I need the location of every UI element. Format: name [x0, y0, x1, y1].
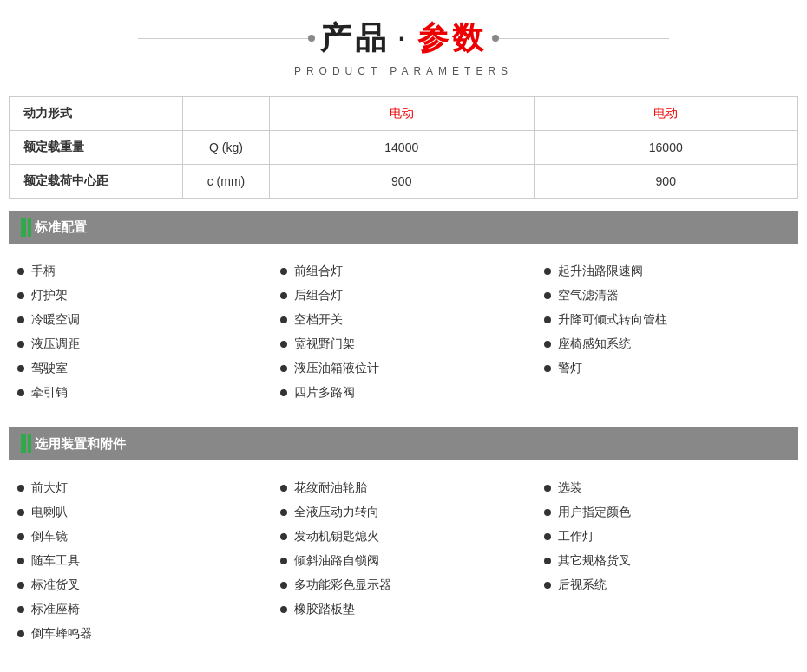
list-item-text: 前大灯	[31, 480, 68, 496]
list-item-text: 倒车镜	[31, 529, 68, 545]
list-item-text: 冷暖空调	[31, 312, 80, 328]
list-item: 多功能彩色显示器	[272, 575, 535, 596]
list-item-text: 橡胶踏板垫	[294, 602, 355, 617]
table-label: 额定载荷中心距	[10, 165, 183, 199]
table-unit	[183, 97, 270, 131]
title-english: PRODUCT PARAMETERS	[0, 65, 807, 77]
list-item: 手柄	[9, 261, 272, 282]
list-item-text: 座椅感知系统	[558, 336, 631, 352]
bullet-icon	[280, 582, 287, 589]
list-item: 四片多路阀	[272, 382, 535, 403]
bullet-icon	[17, 389, 24, 396]
params-table: 动力形式电动电动额定载重量Q (kg)1400016000额定载荷中心距c (m…	[9, 96, 798, 199]
header-line-right	[495, 38, 669, 39]
bullet-icon	[280, 268, 287, 275]
bullet-icon	[280, 292, 287, 299]
list-item-text: 前组合灯	[294, 264, 343, 279]
bullet-icon	[544, 341, 551, 348]
bullet-icon	[280, 485, 287, 492]
list-item	[535, 382, 798, 403]
list-item-text: 空档开关	[294, 312, 343, 328]
list-item: 座椅感知系统	[535, 334, 798, 355]
bullet-icon	[280, 533, 287, 540]
standard-section-header: 标准配置	[9, 211, 798, 244]
list-item: 宽视野门架	[272, 334, 535, 355]
list-item-text: 液压调距	[31, 336, 80, 352]
table-col1: 14000	[270, 131, 535, 165]
list-item-text: 手柄	[31, 264, 56, 279]
list-item-text: 宽视野门架	[294, 336, 355, 352]
list-item: 警灯	[535, 358, 798, 379]
list-item: 升降可倾式转向管柱	[535, 310, 798, 330]
bullet-icon	[544, 365, 551, 372]
list-item-text: 标准座椅	[31, 602, 80, 617]
list-item: 后视系统	[535, 575, 798, 596]
list-item: 随车工具	[9, 551, 272, 571]
list-item: 前大灯	[9, 478, 272, 499]
list-item: 牵引销	[9, 382, 272, 403]
bullet-icon	[544, 485, 551, 492]
list-item: 起升油路限速阀	[535, 261, 798, 282]
bullet-icon	[17, 558, 24, 564]
list-item-text: 液压油箱液位计	[294, 361, 379, 376]
bullet-icon	[17, 341, 24, 348]
list-item-text: 后组合灯	[294, 288, 343, 303]
list-item-text: 牵引销	[31, 385, 68, 401]
list-item-text: 空气滤清器	[558, 288, 619, 303]
list-item-text: 倒车蜂鸣器	[31, 626, 92, 642]
table-unit: c (mm)	[183, 165, 270, 199]
list-item: 发动机钥匙熄火	[272, 526, 535, 547]
bullet-icon	[17, 316, 24, 323]
title-red: 参数	[417, 17, 487, 60]
title-black: 产品	[320, 17, 390, 60]
bullet-icon	[280, 558, 287, 564]
list-item-text: 倾斜油路自锁阀	[294, 553, 379, 569]
bullet-icon	[17, 268, 24, 275]
list-item-text: 用户指定颜色	[558, 505, 631, 520]
list-item-text: 四片多路阀	[294, 385, 355, 401]
list-item: 标准座椅	[9, 599, 272, 620]
list-item: 空档开关	[272, 310, 535, 330]
list-item-text: 警灯	[558, 361, 582, 376]
list-item: 标准货叉	[9, 575, 272, 596]
page-header: 产品 · 参数 PRODUCT PARAMETERS	[0, 0, 807, 84]
bullet-icon	[17, 582, 24, 589]
bullet-icon	[544, 509, 551, 516]
list-item-text: 后视系统	[558, 577, 607, 593]
list-item	[272, 623, 535, 644]
bullet-icon	[544, 533, 551, 540]
bullet-icon	[544, 316, 551, 323]
bullet-icon	[17, 606, 24, 613]
list-item: 倒车蜂鸣器	[9, 623, 272, 644]
list-item: 全液压动力转向	[272, 502, 535, 523]
list-item: 液压调距	[9, 334, 272, 355]
table-col2: 电动	[534, 97, 798, 131]
bullet-icon	[280, 606, 287, 613]
optional-section-title: 选用装置和附件	[35, 436, 126, 453]
list-item-text: 发动机钥匙熄火	[294, 529, 379, 545]
list-item-text: 灯护架	[31, 288, 68, 303]
list-item: 选装	[535, 478, 798, 499]
list-item-text: 起升油路限速阀	[558, 264, 643, 279]
optional-list: 前大灯花纹耐油轮胎选装电喇叭全液压动力转向用户指定颜色倒车镜发动机钥匙熄火工作灯…	[9, 469, 798, 656]
bullet-icon	[17, 533, 24, 540]
bullet-icon	[544, 582, 551, 589]
bullet-icon	[17, 630, 24, 637]
list-item-text: 其它规格货叉	[558, 553, 631, 569]
section-accent	[21, 218, 26, 237]
standard-list: 手柄前组合灯起升油路限速阀灯护架后组合灯空气滤清器冷暖空调空档开关升降可倾式转向…	[9, 252, 798, 415]
list-item-text: 升降可倾式转向管柱	[558, 312, 667, 328]
list-item: 冷暖空调	[9, 310, 272, 330]
list-item: 用户指定颜色	[535, 502, 798, 523]
header-line-left	[138, 38, 312, 39]
table-label: 动力形式	[10, 97, 183, 131]
bullet-icon	[280, 341, 287, 348]
bullet-icon	[280, 389, 287, 396]
list-item: 电喇叭	[9, 502, 272, 523]
list-item: 其它规格货叉	[535, 551, 798, 571]
list-item: 液压油箱液位计	[272, 358, 535, 379]
bullet-icon	[17, 485, 24, 492]
list-item: 花纹耐油轮胎	[272, 478, 535, 499]
table-unit: Q (kg)	[183, 131, 270, 165]
bullet-icon	[280, 365, 287, 372]
